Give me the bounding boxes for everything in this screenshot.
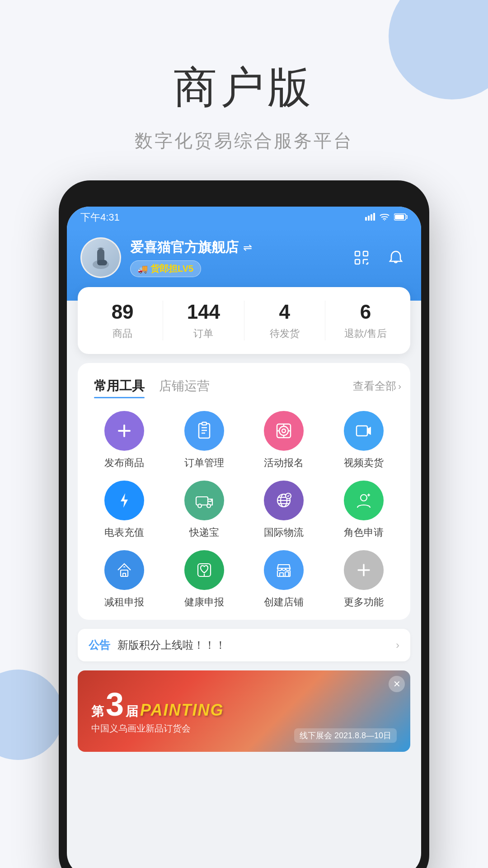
tool-more-features[interactable]: 更多功能 [326,550,402,609]
tool-label-event: 活动报名 [264,456,304,470]
stat-refund[interactable]: 6 退款/售后 [325,301,406,340]
banner-area[interactable]: 第 3 届 PAINTING 中国义乌画业新品订货会 ✕ 线下展会 2021.8… [78,670,410,752]
switch-icon[interactable]: ⇌ [243,241,252,254]
store-name-row: 爱喜猫官方旗舰店 ⇌ [130,238,252,257]
stats-card: 89 商品 144 订单 4 待发货 6 退款/售后 [78,287,410,354]
tool-order-management[interactable]: 订单管理 [167,411,242,470]
app-title: 商户版 [0,59,488,118]
avatar [80,237,121,278]
chevron-right-icon: › [398,381,401,392]
stat-orders-label: 订单 [193,327,213,340]
store-name: 爱喜猫官方旗舰店 [130,238,239,257]
tool-event-signup[interactable]: 活动报名 [246,411,322,470]
tool-icon-video [344,411,384,451]
banner-jie: 届 [126,703,138,720]
store-badge: 🚚 货郎担LV5 [130,260,201,277]
svg-point-34 [207,504,211,508]
status-time: 下午4:31 [80,211,120,224]
tool-create-store[interactable]: 创建店铺 [246,550,322,609]
store-details: 爱喜猫官方旗舰店 ⇌ 🚚 货郎担LV5 [130,238,252,277]
tool-icon-health [184,550,224,590]
tool-label-logistics: 国际物流 [264,526,304,539]
notice-bar[interactable]: 公告 新版积分上线啦！！！ › [78,629,410,661]
svg-rect-45 [123,573,126,576]
notice-tag: 公告 [89,638,110,652]
tool-rent-reduction[interactable]: 减租申报 [87,550,162,609]
stat-products-value: 89 [112,301,134,323]
tool-icon-more [344,550,384,590]
stat-pending-value: 4 [279,301,290,323]
banner-painting: PAINTING [140,701,224,720]
badge-icon: 🚚 [138,264,148,274]
tool-label-more: 更多功能 [344,595,384,609]
tool-label-rent: 减租申报 [104,595,144,609]
svg-point-33 [198,504,202,508]
tab-common-tools[interactable]: 常用工具 [87,374,152,398]
stat-products-label: 商品 [113,327,132,340]
svg-rect-23 [202,422,206,425]
tool-international-logistics[interactable]: 国际物流 [246,481,322,539]
tool-icon-rent [104,550,144,590]
header-section: 商户版 数字化贸易综合服务平台 [0,0,488,180]
scan-button[interactable] [350,246,373,269]
svg-rect-1 [368,216,370,221]
tool-publish-product[interactable]: 发布商品 [87,411,162,470]
banner-subtitle: 中国义乌画业新品订货会 [91,722,191,735]
view-all-button[interactable]: 查看全部 › [353,379,401,393]
svg-rect-2 [371,214,372,221]
tool-role-apply[interactable]: 角色申请 [326,481,402,539]
tool-express[interactable]: 快递宝 [167,481,242,539]
phone-container: 下午4:31 [0,180,488,868]
tool-icon-order [184,411,224,451]
view-all-label: 查看全部 [353,379,396,393]
phone-notch [199,191,289,204]
badge-text: 货郎担LV5 [150,263,193,275]
status-icons [365,212,408,223]
tool-icon-express [184,481,224,520]
banner-di: 第 [91,703,104,720]
tools-section: 常用工具 店铺运营 查看全部 › [78,363,410,620]
tool-label-store: 创建店铺 [264,595,304,609]
tool-icon-role [344,481,384,520]
svg-rect-12 [355,259,360,264]
tool-label-health: 健康申报 [184,595,224,609]
tool-icon-logistics [264,481,304,520]
tool-icon-publish [104,411,144,451]
stat-pending[interactable]: 4 待发货 [244,301,325,340]
tool-video-sell[interactable]: 视频卖货 [326,411,402,470]
tool-electricity[interactable]: 电表充值 [87,481,162,539]
store-right-icons [350,246,408,269]
svg-point-41 [361,495,367,501]
phone-mockup: 下午4:31 [59,180,429,868]
svg-rect-0 [365,217,367,221]
svg-point-25 [279,426,288,435]
tool-icon-store [264,550,304,590]
tab-store-operations[interactable]: 店铺运营 [152,374,217,398]
stat-products[interactable]: 89 商品 [82,301,163,340]
svg-rect-32 [196,497,208,505]
svg-rect-49 [285,572,289,576]
wifi-icon [380,212,389,223]
banner-date-tag: 线下展会 2021.8.8—10日 [294,728,397,743]
tool-grid: 发布商品 订单管理 [87,411,401,609]
stat-orders-value: 144 [187,301,220,323]
svg-rect-6 [395,215,404,219]
svg-point-4 [384,220,385,221]
banner-num: 3 [106,688,124,721]
tool-label-electricity: 电表充值 [104,526,144,539]
svg-rect-9 [97,260,107,265]
store-left: 爱喜猫官方旗舰店 ⇌ 🚚 货郎担LV5 [80,237,252,278]
tool-health-report[interactable]: 健康申报 [167,550,242,609]
tool-label-video: 视频卖货 [344,456,384,470]
tool-label-role: 角色申请 [344,526,384,539]
banner-title-row: 第 3 届 PAINTING [91,688,224,721]
bell-button[interactable] [384,246,408,269]
stat-orders[interactable]: 144 订单 [163,301,244,340]
stat-refund-label: 退款/售后 [344,327,387,340]
tool-icon-electricity [104,481,144,520]
tool-icon-event [264,411,304,451]
svg-point-26 [282,429,286,433]
signal-icon [365,212,375,223]
app-subtitle: 数字化贸易综合服务平台 [0,128,488,153]
banner-close-button[interactable]: ✕ [389,676,405,692]
